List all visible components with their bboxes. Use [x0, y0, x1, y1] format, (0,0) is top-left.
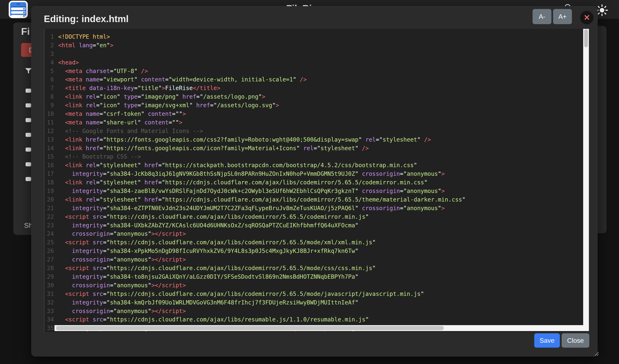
line-number: 23 — [44, 221, 54, 230]
code-line: 9 <link rel="icon" type="image/svg+xml" … — [44, 101, 589, 110]
code-line: 24 crossorigin="anonymous"></script> — [44, 229, 589, 238]
save-button[interactable]: Save — [534, 333, 560, 348]
line-number: 30 — [44, 281, 54, 290]
code-line: 12 <!-- Google Fonts and Material Icons … — [44, 127, 589, 135]
line-number: 34 — [44, 315, 54, 324]
code-line: 10 <meta name="csrf-token" content=""> — [44, 110, 589, 118]
code-line: 16 <link rel="stylesheet" href="https://… — [44, 161, 589, 170]
code-line: 7 <title data-i18n-key="title">FileRise<… — [44, 84, 589, 93]
line-number: 8 — [44, 93, 54, 101]
code-line: 22 <script src="https://cdnjs.cloudflare… — [44, 213, 589, 221]
code-line: 14 <link href="https://fonts.googleapis.… — [44, 144, 589, 153]
code-lines: 1<!DOCTYPE html>2<html lang="en">34<head… — [44, 33, 589, 332]
close-button[interactable]: Close — [562, 333, 589, 348]
vertical-scrollbar[interactable] — [583, 29, 589, 331]
file-checkbox[interactable] — [26, 177, 31, 181]
theme-toggle-sun-icon[interactable] — [596, 4, 608, 16]
font-decrease-button[interactable]: A- — [533, 9, 551, 24]
code-line: 26 integrity="sha384-xPpkMo5nDgD98fIcuRV… — [44, 247, 589, 255]
line-number: 25 — [44, 238, 54, 247]
line-number: 9 — [44, 101, 54, 110]
font-increase-button[interactable]: A+ — [553, 9, 572, 24]
line-number: 11 — [44, 118, 54, 127]
line-number: 18 — [44, 178, 54, 187]
line-number: 17 — [44, 170, 54, 178]
line-number: 12 — [44, 127, 54, 135]
code-line: 4<head> — [44, 58, 589, 67]
filter-funnel-icon[interactable] — [25, 68, 32, 74]
code-line: 17 integrity="sha384-JcKb8q3iqJ61gNV9KGb… — [44, 170, 589, 178]
code-line: 2<html lang="en"> — [44, 41, 589, 50]
page: { "header": { "app_title": "FileRise" },… — [0, 0, 619, 364]
line-number: 20 — [44, 195, 54, 204]
horizontal-scrollbar-thumb[interactable] — [56, 326, 444, 330]
line-number: 28 — [44, 264, 54, 272]
line-number: 7 — [44, 84, 54, 93]
code-line: 29 integrity="sha384-to8njsu2GAiXQnY/aLG… — [44, 272, 589, 281]
code-line: 32 integrity="sha384-kmQrbJf09Uo1WRLMDVG… — [44, 298, 589, 307]
line-number: 1 — [44, 33, 54, 41]
line-number: 2 — [44, 41, 54, 50]
line-number: 29 — [44, 272, 54, 281]
file-checkbox[interactable] — [26, 148, 31, 152]
code-line: 34 <script src="https://cdnjs.cloudflare… — [44, 315, 589, 324]
line-number: 13 — [44, 135, 54, 144]
panel-heading: Fi — [21, 26, 30, 37]
line-number: 33 — [44, 307, 54, 315]
line-number: 35 — [44, 324, 54, 332]
code-line: 1<!DOCTYPE html> — [44, 33, 589, 41]
code-line: 18 <link rel="stylesheet" href="https://… — [44, 178, 589, 187]
line-number: 3 — [44, 50, 54, 58]
line-number: 31 — [44, 290, 54, 298]
line-number: 10 — [44, 110, 54, 118]
editor-modal: Editing: index.html A- A+ ✕ 1<!DOCTYPE h… — [31, 6, 597, 356]
line-number: 15 — [44, 152, 54, 161]
code-line: 27 crossorigin="anonymous"></script> — [44, 255, 589, 264]
code-line: 13 <link href="https://fonts.googleapis.… — [44, 135, 589, 144]
line-number: 32 — [44, 298, 54, 307]
vertical-scrollbar-thumb[interactable] — [584, 29, 588, 47]
code-line: 8 <link rel="icon" type="image/png" href… — [44, 93, 589, 101]
file-checkbox[interactable] — [26, 103, 31, 108]
line-number: 21 — [44, 204, 54, 213]
code-line: 28 <script src="https://cdnjs.cloudflare… — [44, 264, 589, 272]
file-checkbox[interactable] — [26, 89, 31, 93]
code-line: 3 — [44, 50, 589, 58]
code-line: 23 integrity="sha384-UXbkZAbZYZ/KCAslc6U… — [44, 221, 589, 230]
code-editor[interactable]: 1<!DOCTYPE html>2<html lang="en">34<head… — [44, 29, 589, 332]
line-number: 4 — [44, 58, 54, 67]
line-number: 5 — [44, 67, 54, 76]
file-checkbox[interactable] — [26, 162, 31, 166]
line-number: 6 — [44, 75, 54, 84]
code-line: 25 <script src="https://cdnjs.cloudflare… — [44, 238, 589, 247]
modal-close-icon[interactable]: ✕ — [580, 11, 594, 24]
code-line: 19 integrity="sha384-zaeBlB/vwYsDRSlFajn… — [44, 187, 589, 195]
code-line: 33 crossorigin="anonymous"></script> — [44, 307, 589, 315]
line-number: 22 — [44, 213, 54, 221]
line-number: 27 — [44, 255, 54, 264]
code-line: 5 <meta charset="UTF-8" /> — [44, 67, 589, 76]
horizontal-scrollbar[interactable] — [55, 325, 589, 331]
code-line: 11 <meta name="share-url" content=""> — [44, 118, 589, 127]
resize-handle[interactable] — [594, 351, 599, 356]
code-line: 30 crossorigin="anonymous"></script> — [44, 281, 589, 290]
line-number: 26 — [44, 247, 54, 255]
app-logo-icon — [9, 1, 28, 18]
line-number: 16 — [44, 161, 54, 170]
file-checkbox[interactable] — [26, 133, 31, 137]
line-number: 19 — [44, 187, 54, 195]
code-line: 20 <link rel="stylesheet" href="https://… — [44, 195, 589, 204]
line-number: 14 — [44, 144, 54, 153]
modal-title: Editing: index.html — [44, 13, 129, 24]
code-line: 31 <script src="https://cdnjs.cloudflare… — [44, 290, 589, 298]
line-number: 24 — [44, 229, 54, 238]
file-checkbox[interactable] — [26, 118, 31, 122]
code-line: 6 <meta name="viewport" content="width=d… — [44, 75, 589, 84]
code-line: 15 <!-- Bootstrap CSS --> — [44, 152, 589, 161]
code-line: 21 integrity="sha384-eZTPTN0EvJdn23s24UD… — [44, 204, 589, 213]
